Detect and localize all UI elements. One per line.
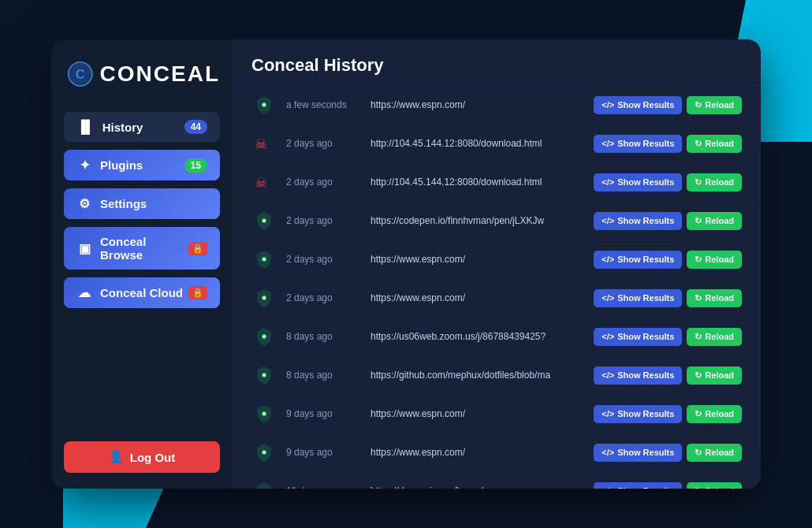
row-url: https://github.com/mephux/dotfiles/blob/… xyxy=(371,370,584,381)
row-actions: </> Show Results ↻ Reload xyxy=(594,289,742,307)
table-row: 11 days ago https://docs.microsoft.com/e… xyxy=(239,472,754,489)
code-icon: </> xyxy=(602,448,614,457)
reload-label: Reload xyxy=(705,370,734,380)
shield-icon xyxy=(251,285,277,310)
table-row: ☠ 2 days ago http://104.45.144.12:8080/d… xyxy=(239,163,754,202)
show-results-button[interactable]: </> Show Results xyxy=(594,135,682,153)
reload-icon: ↻ xyxy=(695,486,702,489)
table-row: 2 days ago https://www.espn.com/ </> Sho… xyxy=(239,240,754,279)
reload-button[interactable]: ↻ Reload xyxy=(687,96,742,114)
show-results-label: Show Results xyxy=(617,216,674,225)
sidebar-item-conceal-cloud[interactable]: ☁ Conceal Cloud 🔒 xyxy=(64,277,220,308)
table-row: ☠ 2 days ago http://104.45.144.12:8080/d… xyxy=(239,125,754,163)
code-icon: </> xyxy=(602,486,614,489)
code-icon: </> xyxy=(602,139,614,148)
row-actions: </> Show Results ↻ Reload xyxy=(594,328,742,346)
row-actions: </> Show Results ↻ Reload xyxy=(594,96,742,114)
show-results-button[interactable]: </> Show Results xyxy=(594,482,682,489)
reload-label: Reload xyxy=(705,409,734,418)
reload-icon: ↻ xyxy=(695,255,702,265)
sidebar-item-settings[interactable]: ⚙ Settings xyxy=(64,188,220,219)
code-icon: </> xyxy=(602,370,614,380)
shield-icon xyxy=(251,478,277,489)
row-time: 8 days ago xyxy=(286,370,361,381)
row-actions: </> Show Results ↻ Reload xyxy=(594,482,742,489)
row-url: https://www.espn.com/ xyxy=(371,99,584,110)
table-row: 8 days ago https://us06web.zoom.us/j/867… xyxy=(239,318,754,356)
reload-button[interactable]: ↻ Reload xyxy=(687,482,742,489)
settings-icon: ⚙ xyxy=(76,196,92,211)
reload-button[interactable]: ↻ Reload xyxy=(687,405,742,423)
show-results-button[interactable]: </> Show Results xyxy=(594,173,682,191)
row-time: 2 days ago xyxy=(286,292,361,303)
show-results-label: Show Results xyxy=(617,370,674,380)
row-time: 9 days ago xyxy=(286,447,361,458)
sidebar-item-conceal-browse[interactable]: ▣ Conceal Browse 🔒 xyxy=(64,227,220,270)
svg-text:☠: ☠ xyxy=(255,136,267,152)
reload-label: Reload xyxy=(705,332,734,341)
table-row: 8 days ago https://github.com/mephux/dot… xyxy=(239,356,754,395)
show-results-button[interactable]: </> Show Results xyxy=(594,212,682,230)
show-results-button[interactable]: </> Show Results xyxy=(594,366,682,385)
show-results-button[interactable]: </> Show Results xyxy=(594,96,682,114)
reload-icon: ↻ xyxy=(695,139,702,149)
reload-button[interactable]: ↻ Reload xyxy=(687,251,742,269)
sidebar-item-plugins[interactable]: ✦ Plugins 15 xyxy=(64,150,220,180)
row-url: https://codepen.io/finnhvman/pen/jLXKJw xyxy=(371,215,584,226)
reload-button[interactable]: ↻ Reload xyxy=(687,135,742,153)
reload-button[interactable]: ↻ Reload xyxy=(687,289,742,307)
code-icon: </> xyxy=(602,216,614,225)
row-actions: </> Show Results ↻ Reload xyxy=(594,173,742,191)
reload-label: Reload xyxy=(705,448,734,457)
reload-button[interactable]: ↻ Reload xyxy=(687,444,742,462)
reload-button[interactable]: ↻ Reload xyxy=(687,366,742,385)
row-actions: </> Show Results ↻ Reload xyxy=(594,366,742,385)
sidebar-item-plugins-label: Plugins xyxy=(100,158,143,172)
reload-icon: ↻ xyxy=(695,370,702,381)
row-time: 2 days ago xyxy=(286,177,361,188)
reload-label: Reload xyxy=(705,255,734,264)
show-results-label: Show Results xyxy=(617,255,674,264)
row-actions: </> Show Results ↻ Reload xyxy=(594,405,742,423)
app-wrapper: C CONCEAL ▐▌ History 44 ✦ Plugins 15 xyxy=(51,39,761,489)
row-actions: </> Show Results ↻ Reload xyxy=(594,444,742,462)
show-results-button[interactable]: </> Show Results xyxy=(594,444,682,462)
show-results-label: Show Results xyxy=(617,293,674,303)
logout-icon: 👤 xyxy=(109,450,124,464)
show-results-label: Show Results xyxy=(617,448,674,457)
logout-button[interactable]: 👤 Log Out xyxy=(64,441,220,473)
row-url: https://docs.microsoft.com/en- xyxy=(371,485,584,489)
reload-icon: ↻ xyxy=(695,293,702,303)
row-url: https://www.espn.com/ xyxy=(371,292,584,303)
show-results-button[interactable]: </> Show Results xyxy=(594,405,682,423)
reload-icon: ↻ xyxy=(695,216,702,226)
show-results-button[interactable]: </> Show Results xyxy=(594,328,682,346)
row-time: a few seconds xyxy=(286,99,361,110)
show-results-button[interactable]: </> Show Results xyxy=(594,251,682,269)
main-content: Conceal History a few seconds https://ww… xyxy=(233,39,761,489)
logout-label: Log Out xyxy=(130,451,175,464)
row-actions: </> Show Results ↻ Reload xyxy=(594,135,742,153)
show-results-label: Show Results xyxy=(617,409,674,418)
reload-button[interactable]: ↻ Reload xyxy=(687,328,742,346)
sidebar-item-history[interactable]: ▐▌ History 44 xyxy=(64,112,220,142)
app-title: CONCEAL xyxy=(100,61,220,87)
row-time: 2 days ago xyxy=(286,215,361,226)
shield-icon xyxy=(251,401,277,426)
show-results-label: Show Results xyxy=(617,177,674,187)
show-results-label: Show Results xyxy=(617,100,674,110)
row-url: https://www.espn.com/ xyxy=(371,254,584,265)
logo-icon: C xyxy=(67,58,94,90)
reload-label: Reload xyxy=(705,486,734,489)
shield-icon xyxy=(251,247,277,272)
sidebar-item-browse-label: Conceal Browse xyxy=(100,235,188,262)
show-results-button[interactable]: </> Show Results xyxy=(594,289,682,307)
reload-button[interactable]: ↻ Reload xyxy=(687,212,742,230)
shield-icon xyxy=(251,440,277,465)
cloud-icon: ☁ xyxy=(76,285,92,300)
reload-icon: ↻ xyxy=(695,332,702,342)
reload-button[interactable]: ↻ Reload xyxy=(687,173,742,191)
reload-icon: ↻ xyxy=(695,177,702,188)
shield-icon xyxy=(251,363,277,388)
code-icon: </> xyxy=(602,255,614,264)
